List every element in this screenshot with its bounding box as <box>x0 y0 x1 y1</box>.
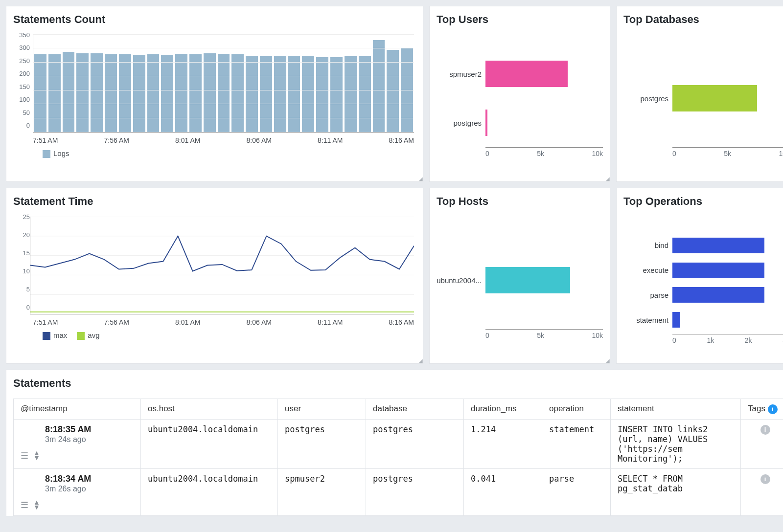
bar[interactable] <box>373 40 385 132</box>
col-operation[interactable]: operation <box>542 399 611 420</box>
col-host[interactable]: os.host <box>141 399 278 420</box>
statements-title: Statements <box>13 377 783 390</box>
top-operations-title: Top Operations <box>623 195 783 208</box>
bar[interactable] <box>274 56 286 132</box>
cell-operation: parse <box>542 469 611 516</box>
hbar-row[interactable]: bind <box>623 235 783 256</box>
bar[interactable] <box>175 54 187 132</box>
cell-user: postgres <box>278 420 366 469</box>
top-users-panel: Top Users spmuser2postgres 05k10k ◢ <box>429 6 610 182</box>
bar[interactable] <box>161 55 173 132</box>
resize-handle-icon[interactable]: ◢ <box>606 359 609 362</box>
info-icon[interactable]: i <box>760 474 770 484</box>
hbar-label: parse <box>623 291 672 299</box>
statements-table: @timestamp os.host user database duratio… <box>13 399 783 516</box>
statements-count-chart[interactable]: 350300250200150100500 7:51 AM7:56 AM8:01… <box>13 35 416 147</box>
resize-handle-icon[interactable]: ◢ <box>419 359 422 362</box>
bar[interactable] <box>204 53 216 132</box>
cell-user: spmuser2 <box>278 469 366 516</box>
bar[interactable] <box>91 53 103 132</box>
bar[interactable] <box>345 56 357 132</box>
bar[interactable] <box>105 54 117 132</box>
cell-host: ubuntu2004.localdomain <box>141 469 278 516</box>
top-databases-panel: Top Databases postgres 05k10k ◢ <box>616 6 783 182</box>
hbar-label: postgres <box>437 119 485 127</box>
statements-panel: Statements @timestamp os.host user datab… <box>6 370 783 516</box>
top-users-chart[interactable]: spmuser2postgres 05k10k <box>437 35 603 162</box>
col-duration[interactable]: duration_ms <box>464 399 542 420</box>
cell-duration: 1.214 <box>464 420 542 469</box>
col-statement[interactable]: statement <box>611 399 741 420</box>
bar[interactable] <box>288 56 300 132</box>
bar[interactable] <box>189 54 202 132</box>
bar[interactable] <box>147 54 160 132</box>
hbar-row[interactable]: ubuntu2004... <box>437 265 603 295</box>
bar[interactable] <box>34 54 46 132</box>
col-database[interactable]: database <box>366 399 464 420</box>
bar[interactable] <box>76 53 89 132</box>
statements-count-title: Statements Count <box>13 13 416 26</box>
bar[interactable] <box>63 52 75 132</box>
top-operations-panel: Top Operations bindexecuteparsestatement… <box>616 188 783 364</box>
legend-item[interactable]: max <box>43 331 67 340</box>
table-row[interactable]: 8:18:35 AM3m 24s ago☰▲▼ubuntu2004.locald… <box>14 420 783 469</box>
statement-time-title: Statement Time <box>13 195 416 208</box>
cell-operation: statement <box>542 420 611 469</box>
table-row[interactable]: 8:18:34 AM3m 26s ago☰▲▼ubuntu2004.locald… <box>14 469 783 516</box>
cell-database: postgres <box>366 420 464 469</box>
sort-icon[interactable]: ▲▼ <box>33 450 40 461</box>
bar[interactable] <box>133 55 145 132</box>
top-users-title: Top Users <box>437 13 603 26</box>
bar[interactable] <box>302 56 314 132</box>
bar[interactable] <box>218 54 230 132</box>
menu-icon[interactable]: ☰ <box>21 500 28 510</box>
bar[interactable] <box>119 54 131 132</box>
top-operations-chart[interactable]: bindexecuteparsestatement 01k2k3k <box>623 217 783 344</box>
bar[interactable] <box>48 54 61 132</box>
hbar-row[interactable]: parse <box>623 284 783 306</box>
col-timestamp[interactable]: @timestamp <box>14 399 141 420</box>
col-user[interactable]: user <box>278 399 366 420</box>
hbar-label: bind <box>623 241 672 249</box>
legend-item[interactable]: avg <box>77 331 99 340</box>
statement-time-panel: Statement Time 2520151050 7:51 AM7:56 AM… <box>6 188 423 364</box>
top-databases-chart[interactable]: postgres 05k10k <box>623 35 783 162</box>
cell-statement: INSERT INTO links2 (url, name) VALUES ('… <box>611 420 741 469</box>
bar[interactable] <box>401 48 413 132</box>
menu-icon[interactable]: ☰ <box>21 450 28 461</box>
legend-item[interactable]: Logs <box>43 149 69 158</box>
top-databases-title: Top Databases <box>623 13 783 26</box>
hbar-label: postgres <box>623 94 672 103</box>
top-hosts-title: Top Hosts <box>437 195 603 208</box>
info-icon[interactable]: i <box>760 425 770 435</box>
cell-host: ubuntu2004.localdomain <box>141 420 278 469</box>
bar[interactable] <box>246 56 258 132</box>
cell-database: postgres <box>366 469 464 516</box>
sort-icon[interactable]: ▲▼ <box>33 500 40 510</box>
col-tags[interactable]: Tags i <box>741 399 783 420</box>
hbar-row[interactable]: postgres <box>623 83 783 113</box>
hbar-row[interactable]: statement <box>623 309 783 331</box>
hbar-label: ubuntu2004... <box>437 276 485 285</box>
hbar-row[interactable]: execute <box>623 260 783 281</box>
cell-statement: SELECT * FROM pg_stat_datab <box>611 469 741 516</box>
resize-handle-icon[interactable]: ◢ <box>419 177 422 180</box>
info-icon[interactable]: i <box>768 404 778 414</box>
bar[interactable] <box>231 54 244 132</box>
bar[interactable] <box>260 56 272 132</box>
hbar-label: execute <box>623 266 672 274</box>
bar[interactable] <box>330 57 343 133</box>
top-hosts-chart[interactable]: ubuntu2004... 05k10k <box>437 217 603 344</box>
bar[interactable] <box>359 56 371 132</box>
statement-time-chart[interactable]: 2520151050 7:51 AM7:56 AM8:01 AM8:06 AM8… <box>13 217 416 329</box>
hbar-label: spmuser2 <box>437 70 485 78</box>
bar[interactable] <box>316 57 328 133</box>
hbar-row[interactable]: postgres <box>437 108 603 138</box>
top-hosts-panel: Top Hosts ubuntu2004... 05k10k ◢ <box>429 188 610 364</box>
hbar-label: statement <box>623 316 672 324</box>
cell-duration: 0.041 <box>464 469 542 516</box>
hbar-row[interactable]: spmuser2 <box>437 59 603 89</box>
resize-handle-icon[interactable]: ◢ <box>606 177 609 180</box>
statements-count-panel: Statements Count 350300250200150100500 7… <box>6 6 423 182</box>
